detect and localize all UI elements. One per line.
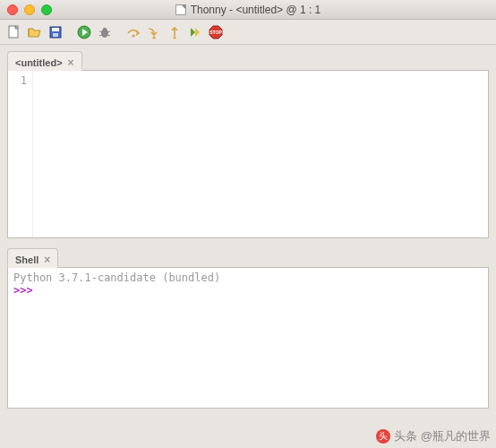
resume-icon — [188, 25, 202, 39]
logo-icon: 头 — [376, 429, 390, 444]
line-number: 1 — [8, 74, 27, 87]
watermark: 头 头条 @瓶凡的世界 — [376, 428, 491, 444]
shell-banner: Python 3.7.1-candidate (bundled) — [13, 271, 483, 284]
svg-line-9 — [99, 35, 102, 36]
titlebar: Thonny - <untitled> @ 1 : 1 — [0, 0, 496, 20]
close-window-button[interactable] — [7, 4, 18, 15]
code-editor[interactable]: 1 — [7, 70, 489, 238]
stop-icon: STOP — [209, 25, 223, 39]
stop-button[interactable]: STOP — [207, 23, 225, 41]
open-file-icon — [28, 25, 42, 39]
step-out-icon — [167, 25, 182, 39]
watermark-handle: @瓶凡的世界 — [421, 428, 491, 444]
step-over-icon — [126, 25, 141, 39]
close-icon[interactable]: × — [44, 254, 50, 266]
svg-point-11 — [132, 34, 134, 37]
debug-button[interactable] — [96, 23, 114, 41]
shell-prompt: >>> — [13, 284, 33, 297]
save-button[interactable] — [47, 23, 64, 41]
shell-pane: Shell × Python 3.7.1-candidate (bundled)… — [7, 247, 489, 409]
shell-tabs: Shell × — [7, 247, 489, 267]
svg-rect-2 — [52, 28, 59, 31]
resume-button[interactable] — [186, 23, 204, 41]
code-area[interactable] — [33, 71, 488, 237]
watermark-prefix: 头条 — [394, 428, 417, 444]
toolbar: STOP — [0, 20, 496, 45]
shell-tab[interactable]: Shell × — [7, 248, 58, 268]
editor-pane: <untitled> × 1 — [7, 50, 489, 238]
open-file-button[interactable] — [26, 23, 44, 41]
debug-icon — [98, 25, 112, 39]
window-title-text: Thonny - <untitled> @ 1 : 1 — [191, 4, 321, 16]
step-into-icon — [147, 25, 161, 39]
line-gutter: 1 — [8, 71, 33, 237]
svg-point-6 — [103, 27, 107, 30]
run-button[interactable] — [75, 23, 93, 41]
editor-tab-untitled[interactable]: <untitled> × — [7, 51, 82, 71]
svg-rect-3 — [53, 33, 58, 37]
editor-tab-label: <untitled> — [15, 57, 63, 68]
shell-tab-label: Shell — [15, 254, 38, 265]
new-file-button[interactable] — [5, 23, 23, 41]
step-over-button[interactable] — [124, 23, 142, 41]
svg-line-10 — [107, 35, 110, 36]
step-out-button[interactable] — [166, 23, 184, 41]
svg-point-12 — [152, 36, 155, 39]
minimize-window-button[interactable] — [24, 4, 35, 15]
svg-point-13 — [173, 36, 175, 39]
step-into-button[interactable] — [145, 23, 163, 41]
run-icon — [77, 25, 91, 39]
zoom-window-button[interactable] — [41, 4, 52, 15]
svg-text:STOP: STOP — [210, 30, 222, 35]
document-icon — [175, 4, 186, 15]
shell-output[interactable]: Python 3.7.1-candidate (bundled) >>> — [7, 267, 489, 409]
save-icon — [48, 25, 63, 39]
new-file-icon — [7, 25, 21, 39]
window-title: Thonny - <untitled> @ 1 : 1 — [0, 4, 496, 16]
close-icon[interactable]: × — [68, 56, 74, 69]
window-controls — [0, 4, 52, 15]
editor-tabs: <untitled> × — [7, 50, 489, 70]
